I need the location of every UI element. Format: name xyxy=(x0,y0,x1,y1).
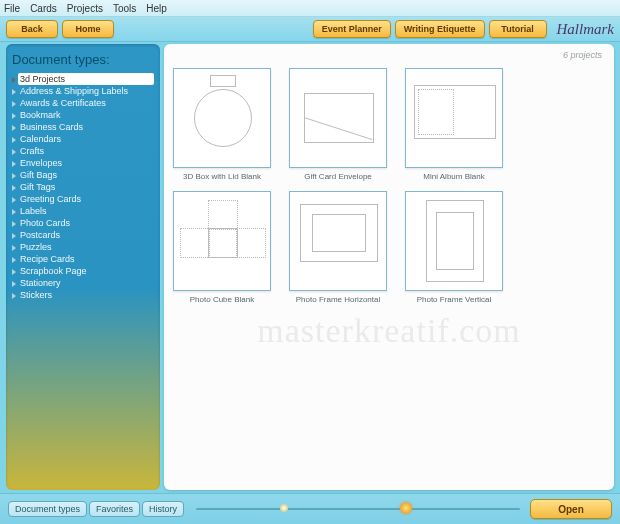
sidebar-item[interactable]: Crafts xyxy=(18,145,154,157)
project-label: Gift Card Envelope xyxy=(304,172,372,181)
sidebar-item[interactable]: Recipe Cards xyxy=(18,253,154,265)
back-button[interactable]: Back xyxy=(6,20,58,38)
project-tile[interactable]: 3D Box with Lid Blank xyxy=(174,68,270,181)
toolbar: Back Home Event Planner Writing Etiquett… xyxy=(0,17,620,42)
sidebar-item[interactable]: Photo Cards xyxy=(18,217,154,229)
sidebar-item[interactable]: Bookmark xyxy=(18,109,154,121)
home-button[interactable]: Home xyxy=(62,20,114,38)
sidebar-item[interactable]: Stationery xyxy=(18,277,154,289)
menubar: File Cards Projects Tools Help xyxy=(0,0,620,17)
sidebar-title: Document types: xyxy=(12,52,154,67)
sidebar-item[interactable]: Envelopes xyxy=(18,157,154,169)
content-panel: 6 projects 3D Box with Lid BlankGift Car… xyxy=(164,44,614,490)
sidebar-item[interactable]: Scrapbook Page xyxy=(18,265,154,277)
watermark: masterkreatif.com xyxy=(164,312,614,350)
brand-logo: Hallmark xyxy=(557,21,615,38)
project-label: Photo Frame Vertical xyxy=(417,295,492,304)
sidebar-item[interactable]: Gift Tags xyxy=(18,181,154,193)
slider-track xyxy=(196,508,520,510)
project-count: 6 projects xyxy=(563,50,602,60)
project-thumbnail xyxy=(405,191,503,291)
sidebar-item[interactable]: Business Cards xyxy=(18,121,154,133)
sidebar-item[interactable]: 3d Projects xyxy=(18,73,154,85)
tab-favorites[interactable]: Favorites xyxy=(89,501,140,517)
menu-projects[interactable]: Projects xyxy=(67,3,103,14)
menu-file[interactable]: File xyxy=(4,3,20,14)
project-tile[interactable]: Gift Card Envelope xyxy=(290,68,386,181)
project-label: 3D Box with Lid Blank xyxy=(183,172,261,181)
project-thumbnail xyxy=(289,68,387,168)
project-tile[interactable]: Photo Frame Horizontal xyxy=(290,191,386,304)
menu-tools[interactable]: Tools xyxy=(113,3,136,14)
sidebar: Document types: 3d ProjectsAddress & Shi… xyxy=(6,44,160,490)
project-tile[interactable]: Photo Frame Vertical xyxy=(406,191,502,304)
sidebar-item[interactable]: Gift Bags xyxy=(18,169,154,181)
slider-marker xyxy=(280,504,288,512)
sidebar-item[interactable]: Puzzles xyxy=(18,241,154,253)
zoom-slider[interactable] xyxy=(196,506,520,512)
project-tile[interactable]: Mini Album Blank xyxy=(406,68,502,181)
menu-cards[interactable]: Cards xyxy=(30,3,57,14)
project-label: Mini Album Blank xyxy=(423,172,484,181)
menu-help[interactable]: Help xyxy=(146,3,167,14)
footer: Document types Favorites History Open xyxy=(0,493,620,524)
slider-thumb[interactable] xyxy=(400,502,412,514)
project-thumbnail xyxy=(289,191,387,291)
project-tile[interactable]: Photo Cube Blank xyxy=(174,191,270,304)
tab-document-types[interactable]: Document types xyxy=(8,501,87,517)
sidebar-item[interactable]: Stickers xyxy=(18,289,154,301)
tutorial-button[interactable]: Tutorial xyxy=(489,20,547,38)
writing-etiquette-button[interactable]: Writing Etiquette xyxy=(395,20,485,38)
project-thumbnail xyxy=(173,191,271,291)
project-label: Photo Frame Horizontal xyxy=(296,295,380,304)
tab-history[interactable]: History xyxy=(142,501,184,517)
sidebar-item[interactable]: Postcards xyxy=(18,229,154,241)
event-planner-button[interactable]: Event Planner xyxy=(313,20,391,38)
sidebar-item[interactable]: Address & Shipping Labels xyxy=(18,85,154,97)
sidebar-item[interactable]: Awards & Certificates xyxy=(18,97,154,109)
open-button[interactable]: Open xyxy=(530,499,612,519)
sidebar-item[interactable]: Greeting Cards xyxy=(18,193,154,205)
project-thumbnail xyxy=(405,68,503,168)
sidebar-item[interactable]: Calendars xyxy=(18,133,154,145)
project-thumbnail xyxy=(173,68,271,168)
sidebar-item[interactable]: Labels xyxy=(18,205,154,217)
project-label: Photo Cube Blank xyxy=(190,295,255,304)
